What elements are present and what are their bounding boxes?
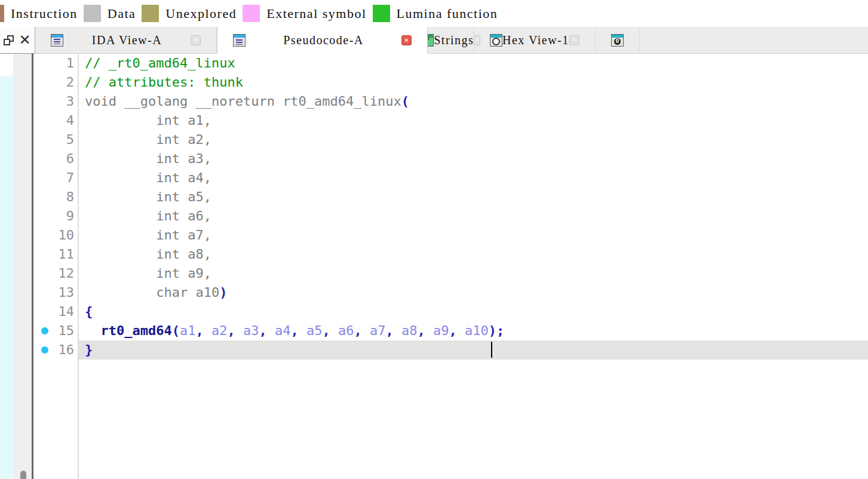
code-segment: // attributes: thunk	[85, 75, 243, 90]
legend-label: Lumina function	[397, 6, 498, 22]
line-number: 1	[33, 54, 78, 73]
code-text: int a2,	[79, 130, 868, 149]
navigation-band[interactable]	[0, 54, 13, 479]
code-text: int a9,	[79, 264, 868, 283]
code-text: int a7,	[79, 226, 868, 245]
tab[interactable]: IDA View-A ✕	[35, 27, 217, 53]
code-segment: a7	[370, 323, 386, 338]
tab-close-button[interactable]: ✕	[569, 35, 579, 45]
close-dock-icon[interactable]: ✕	[19, 33, 30, 47]
code-segment: ,	[290, 323, 306, 338]
code-text: int a5,	[79, 188, 868, 207]
legend-item: Unexplored	[142, 5, 237, 22]
code-text: int a3,	[79, 149, 868, 168]
code-segment: int a7,	[85, 228, 211, 242]
legend-color-swatch	[243, 5, 260, 22]
line-number: 2	[33, 73, 78, 92]
code-segment: )	[219, 285, 227, 300]
tab[interactable]: Strings ✕	[428, 27, 474, 53]
float-window-icon[interactable]	[4, 35, 14, 45]
code-segment: a5	[306, 323, 323, 338]
code-segment: a2	[211, 323, 228, 338]
code-text: }	[79, 340, 868, 360]
code-text: int a6,	[79, 207, 868, 226]
code-segment: ,	[449, 323, 465, 338]
code-segment: }	[85, 342, 93, 357]
line-number: 8	[33, 188, 78, 207]
pseudocode-view[interactable]: 1 // _rt0_amd64_linux 2 // attributes: t…	[33, 54, 868, 479]
line-number: 6	[33, 149, 78, 168]
dock-controls: ✕	[0, 27, 35, 54]
legend-bar: Instruction Data Unexplored External sym…	[0, 0, 868, 27]
code-line[interactable]: 7 int a4,	[33, 168, 868, 188]
code-segment: int a5,	[85, 189, 211, 204]
code-segment: int a4,	[85, 170, 211, 185]
line-number: 5	[33, 130, 78, 149]
code-line[interactable]: 8 int a5,	[33, 188, 868, 207]
tab-icon	[490, 34, 502, 47]
code-text: rt0_amd64(a1, a2, a3, a4, a5, a6, a7, a8…	[79, 321, 868, 340]
tab-icon	[233, 34, 246, 47]
code-line[interactable]: 4 int a1,	[33, 111, 868, 130]
tab-close-button[interactable]: ✕	[191, 35, 201, 45]
tab[interactable]: Pseudocode-A ✕	[217, 27, 428, 54]
code-segment: ,	[417, 323, 433, 338]
code-segment: int a6,	[85, 208, 211, 223]
code-segment: a9	[433, 323, 449, 338]
code-segment: ,	[354, 323, 370, 338]
code-text: // attributes: thunk	[79, 73, 868, 92]
line-number: 15	[33, 321, 78, 340]
code-segment: int a2,	[85, 132, 211, 147]
tab-close-button[interactable]: ✕	[401, 35, 412, 45]
line-marker-dot	[41, 327, 48, 334]
code-line[interactable]: 13 char a10)	[33, 283, 868, 302]
legend-color-swatch	[142, 5, 159, 22]
code-line[interactable]: 12 int a9,	[33, 264, 868, 283]
code-line[interactable]: 16 }	[33, 340, 868, 360]
code-line[interactable]: 10 int a7,	[33, 226, 868, 245]
code-line[interactable]: 15 rt0_amd64(a1, a2, a3, a4, a5, a6, a7,…	[33, 321, 868, 340]
legend-label: Unexplored	[165, 6, 237, 22]
tab-label: Strings	[434, 33, 474, 47]
code-line[interactable]: 9 int a6,	[33, 207, 868, 226]
line-number: 7	[33, 168, 78, 188]
legend-item: External symbol	[243, 5, 366, 22]
code-segment: a8	[401, 323, 418, 338]
legend-label: Data	[108, 6, 136, 22]
legend-item: Lumina function	[373, 5, 498, 22]
code-segment: // _rt0_amd64_linux	[85, 56, 235, 70]
code-line[interactable]: 6 int a3,	[33, 149, 868, 168]
code-line[interactable]: 3 void __golang __noreturn rt0_amd64_lin…	[33, 92, 868, 111]
code-segment: (	[401, 94, 409, 109]
code-segment: );	[489, 323, 505, 338]
line-number: 16	[33, 340, 78, 360]
legend-item: Data	[84, 5, 136, 22]
code-segment: int a8,	[85, 247, 211, 262]
code-segment: ,	[227, 323, 243, 338]
tab-label: Pseudocode-A	[246, 33, 401, 47]
code-segment: (	[172, 323, 180, 338]
legend-color-swatch	[373, 5, 390, 22]
tab-icon	[611, 34, 624, 47]
tab[interactable]: Hex View-1 ✕	[474, 27, 596, 53]
code-segment: {	[85, 304, 93, 319]
line-number: 3	[33, 92, 78, 111]
code-segment: int a1,	[85, 113, 211, 128]
code-text: // _rt0_amd64_linux	[79, 54, 868, 73]
code-segment: int a9,	[85, 266, 211, 281]
line-number: 12	[33, 264, 78, 283]
legend-item: Instruction	[0, 5, 78, 22]
code-line[interactable]: 1 // _rt0_amd64_linux	[33, 54, 868, 73]
left-scroll-panel[interactable]	[13, 54, 32, 479]
code-line[interactable]: 2 // attributes: thunk	[33, 73, 868, 92]
tab-icon	[51, 34, 63, 47]
line-number: 10	[33, 226, 78, 245]
code-line[interactable]: 11 int a8,	[33, 245, 868, 264]
code-segment: ,	[259, 323, 275, 338]
code-line[interactable]: 5 int a2,	[33, 130, 868, 149]
tab-label: Hex View-1	[502, 33, 569, 47]
code-segment: char a10	[85, 285, 219, 300]
tab[interactable]	[596, 27, 640, 53]
code-line[interactable]: 14 {	[33, 302, 868, 321]
scroll-thumb[interactable]	[20, 471, 26, 479]
